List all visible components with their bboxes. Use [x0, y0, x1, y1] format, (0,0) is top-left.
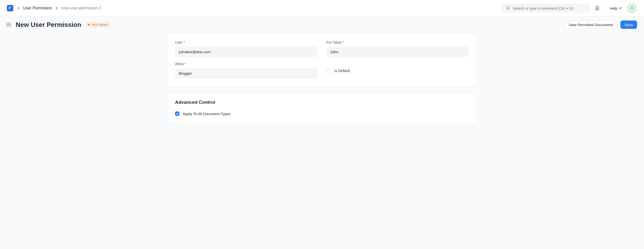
allow-input[interactable] — [175, 68, 318, 78]
status-text: Not Saved — [92, 23, 108, 27]
page-title: New User Permission — [16, 21, 81, 29]
required-indicator: * — [184, 41, 185, 44]
search-placeholder: Search or type a command (Ctrl + G) — [512, 6, 573, 10]
is-default-label: Is Default — [334, 69, 350, 73]
user-input[interactable] — [175, 47, 318, 57]
status-badge: Not Saved — [85, 22, 111, 28]
breadcrumb: User Permission new-user-permission-1 — [17, 6, 498, 10]
status-dot-icon — [88, 24, 90, 26]
advanced-section-title: Advanced Control — [175, 100, 469, 105]
app-logo[interactable] — [7, 5, 13, 11]
user-field: User* — [175, 41, 318, 57]
page-body: New User Permission Not Saved View Permi… — [0, 17, 644, 249]
allow-label: Allow* — [175, 62, 318, 66]
page-header: New User Permission Not Saved View Permi… — [0, 17, 644, 33]
avatar-letter: A — [630, 6, 633, 11]
chevron-right-icon — [17, 7, 20, 10]
view-permitted-documents-button[interactable]: View Permitted Documents — [564, 21, 618, 29]
user-label: User* — [175, 41, 318, 44]
required-indicator: * — [343, 41, 344, 44]
global-search[interactable]: Search or type a command (Ctrl + G) — [502, 4, 591, 13]
check-icon — [176, 112, 179, 115]
advanced-control-card: Advanced Control Apply To All Document T… — [168, 93, 476, 124]
help-label: Help — [610, 6, 618, 10]
for-value-field: For Value* — [326, 41, 469, 57]
main-form-card: User* For Value* Allow* — [168, 34, 476, 87]
apply-all-label: Apply To All Document Types — [183, 112, 231, 116]
navbar-right: Help A — [595, 3, 637, 13]
breadcrumb-parent[interactable]: User Permission — [23, 6, 52, 10]
save-button[interactable]: Save — [620, 21, 637, 29]
for-value-label: For Value* — [326, 41, 469, 44]
svg-line-1 — [508, 9, 510, 10]
is-default-checkbox[interactable] — [326, 69, 331, 73]
chevron-down-icon — [619, 7, 622, 10]
required-indicator: * — [185, 62, 186, 66]
for-value-input[interactable] — [326, 47, 469, 57]
user-avatar[interactable]: A — [627, 3, 637, 13]
bell-icon[interactable] — [595, 6, 600, 11]
chevron-right-icon — [56, 7, 58, 10]
apply-all-checkbox[interactable] — [175, 111, 180, 116]
help-menu[interactable]: Help — [610, 6, 622, 10]
apply-all-row: Apply To All Document Types — [175, 110, 469, 116]
cards-wrapper: User* For Value* Allow* — [168, 34, 476, 134]
top-navbar: User Permission new-user-permission-1 Se… — [0, 0, 644, 17]
allow-field: Allow* — [175, 62, 318, 78]
app-logo-icon — [8, 7, 12, 10]
menu-icon[interactable] — [6, 23, 11, 27]
is-default-row: Is Default — [326, 62, 469, 78]
navbar-divider — [604, 5, 605, 11]
breadcrumb-current: new-user-permission-1 — [61, 6, 102, 10]
search-icon — [506, 6, 510, 10]
